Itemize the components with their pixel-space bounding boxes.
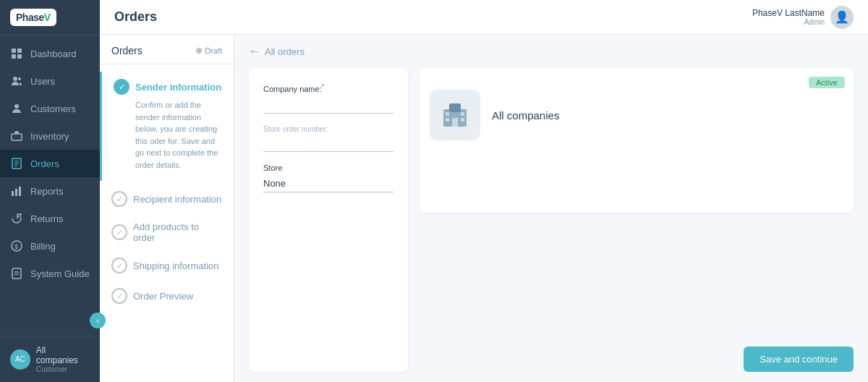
step-preview[interactable]: ✓ Order Preview (100, 281, 234, 311)
billing-icon: $ (10, 239, 23, 252)
svg-rect-13 (15, 189, 17, 196)
sidebar-item-reports[interactable]: Reports (0, 177, 100, 205)
steps-list: ✓ Sender information Confirm or add the … (100, 64, 234, 382)
draft-dot (196, 48, 202, 54)
company-icon (430, 90, 480, 140)
orders-panel-label: Orders (111, 45, 142, 56)
company-name-label: Company name:* (263, 82, 393, 93)
inventory-icon (10, 130, 23, 143)
sidebar-label-reports: Reports (30, 186, 64, 197)
svg-rect-3 (17, 54, 22, 59)
sidebar-item-orders[interactable]: Orders (0, 150, 100, 177)
step-sender-header: ✓ Sender information (114, 79, 222, 95)
svg-rect-7 (12, 134, 22, 140)
sidebar-nav: Dashboard Users Customers Inventory Orde… (0, 35, 100, 336)
step-preview-icon: ✓ (111, 288, 127, 304)
page-title: Orders (114, 9, 157, 25)
sidebar-label-orders: Orders (30, 158, 59, 169)
sidebar-item-system-guide[interactable]: System Guide (0, 260, 100, 287)
company-name-input[interactable] (263, 96, 393, 114)
customers-icon (10, 102, 23, 115)
breadcrumb: ← All orders (234, 35, 868, 58)
sidebar-item-dashboard[interactable]: Dashboard (0, 40, 100, 67)
sidebar-collapse-button[interactable]: ‹ (90, 313, 106, 328)
sidebar-label-inventory: Inventory (30, 131, 69, 142)
step-recipient-title: Recipient information (133, 194, 221, 205)
sidebar-item-users[interactable]: Users (0, 67, 100, 95)
store-order-input[interactable] (263, 135, 393, 152)
user-avatar: 👤 (830, 6, 854, 29)
system-guide-icon (10, 267, 23, 280)
svg-rect-24 (461, 112, 464, 116)
svg-point-4 (13, 77, 17, 81)
step-shipping-title: Shipping information (133, 260, 219, 271)
step-add-products[interactable]: ✓ Add products to order (100, 214, 234, 250)
step-add-products-icon: ✓ (111, 224, 127, 240)
footer-user-info: All companies Customer (36, 345, 90, 373)
sidebar-label-billing: Billing (30, 241, 56, 252)
sidebar: PhaseV Dashboard Users Customers Inven (0, 0, 100, 382)
sidebar-label-dashboard: Dashboard (30, 48, 77, 59)
step-recipient-icon: ✓ (111, 191, 127, 207)
step-recipient[interactable]: ✓ Recipient information (100, 184, 234, 214)
step-sender-title: Sender information (135, 82, 221, 93)
orders-panel-header: Orders Draft (100, 35, 234, 64)
bottom-bar: Save and continue (729, 336, 868, 382)
user-role: Admin (752, 18, 825, 26)
footer-avatar: AC (10, 349, 30, 370)
step-sender-icon: ✓ (114, 79, 129, 95)
main-area: Orders PhaseV LastName Admin 👤 Orders Dr… (100, 0, 868, 382)
right-panel: ← All orders Company name:* Store order … (234, 35, 868, 382)
user-info: PhaseV LastName Admin (752, 8, 825, 26)
svg-rect-0 (12, 48, 16, 53)
sidebar-item-inventory[interactable]: Inventory (0, 122, 100, 150)
svg-rect-1 (17, 48, 22, 53)
step-sender[interactable]: ✓ Sender information Confirm or add the … (100, 72, 234, 181)
dashboard-icon (10, 47, 23, 60)
step-shipping[interactable]: ✓ Shipping information (100, 250, 234, 281)
store-label: Store (263, 164, 393, 172)
svg-text:$: $ (14, 243, 18, 250)
top-header: Orders PhaseV LastName Admin 👤 (100, 0, 868, 35)
sidebar-item-billing[interactable]: $ Billing (0, 232, 100, 260)
svg-point-6 (14, 104, 19, 109)
orders-icon (10, 157, 23, 170)
company-name-field: Company name:* (263, 82, 393, 114)
returns-icon (10, 212, 23, 225)
svg-rect-17 (12, 268, 21, 279)
sidebar-item-returns[interactable]: Returns (0, 205, 100, 232)
svg-rect-25 (446, 118, 449, 122)
form-card: Company name:* Store order number: Store… (249, 68, 408, 372)
logo: PhaseV (10, 9, 56, 26)
store-value: None (263, 175, 393, 192)
logo-area: PhaseV (0, 0, 100, 35)
company-content: All companies (430, 90, 559, 140)
svg-rect-12 (12, 191, 14, 196)
reports-icon (10, 184, 23, 198)
svg-rect-2 (12, 54, 16, 59)
svg-rect-21 (449, 103, 461, 112)
users-icon (10, 75, 23, 88)
footer-role: Customer (36, 365, 90, 373)
sidebar-label-system-guide: System Guide (30, 268, 90, 279)
user-name: PhaseV LastName (752, 8, 825, 18)
logo-text: PhaseV (16, 12, 51, 23)
company-name-label: All companies (492, 109, 559, 122)
svg-rect-23 (446, 112, 449, 116)
sidebar-footer: AC All companies Customer (0, 336, 100, 382)
sidebar-label-returns: Returns (30, 213, 64, 224)
breadcrumb-all-orders[interactable]: All orders (265, 46, 305, 57)
footer-company: All companies (36, 345, 90, 365)
svg-rect-14 (19, 187, 21, 196)
step-add-products-title: Add products to order (133, 221, 222, 243)
sidebar-item-customers[interactable]: Customers (0, 95, 100, 122)
sidebar-label-customers: Customers (30, 103, 76, 114)
content-area: Orders Draft ✓ Sender information Confir… (100, 35, 868, 382)
back-arrow-icon[interactable]: ← (249, 45, 260, 58)
sidebar-label-users: Users (30, 76, 55, 87)
left-panel: Orders Draft ✓ Sender information Confir… (100, 35, 234, 382)
save-continue-button[interactable]: Save and continue (744, 347, 854, 372)
form-area: Company name:* Store order number: Store… (234, 58, 868, 382)
step-preview-title: Order Preview (133, 291, 193, 302)
store-order-label: Store order number: (263, 125, 393, 133)
